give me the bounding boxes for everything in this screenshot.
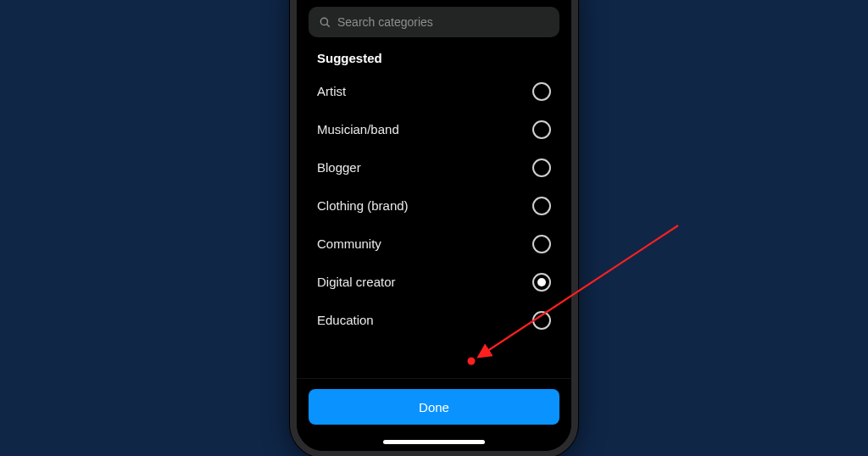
search-input[interactable] [337, 15, 549, 29]
svg-line-1 [326, 24, 329, 26]
footer: Done [297, 378, 571, 440]
radio-icon-selected[interactable] [532, 273, 551, 292]
home-indicator[interactable] [383, 440, 485, 444]
radio-icon[interactable] [532, 197, 551, 215]
category-label: Digital creator [317, 275, 396, 289]
category-label: Artist [317, 84, 346, 98]
category-row-musician-band[interactable]: Musician/band [317, 110, 551, 148]
category-row-digital-creator[interactable]: Digital creator [317, 263, 551, 301]
category-row-blogger[interactable]: Blogger [317, 148, 551, 186]
radio-icon[interactable] [532, 158, 551, 177]
radio-icon[interactable] [532, 311, 551, 330]
section-header-suggested: Suggested [297, 46, 571, 72]
category-label: Musician/band [317, 122, 399, 136]
category-row-community[interactable]: Community [317, 225, 551, 263]
radio-icon[interactable] [532, 120, 551, 139]
done-button[interactable]: Done [309, 389, 559, 425]
radio-icon[interactable] [532, 235, 551, 253]
phone-frame: Suggested Artist Musician/band Blogger C… [290, 0, 578, 456]
category-label: Education [317, 313, 374, 327]
search-container [297, 7, 571, 46]
category-label: Community [317, 236, 381, 251]
category-row-artist[interactable]: Artist [317, 72, 551, 110]
phone-screen: Suggested Artist Musician/band Blogger C… [297, 0, 571, 451]
category-row-clothing-brand[interactable]: Clothing (brand) [317, 186, 551, 225]
search-bar[interactable] [309, 7, 559, 37]
search-icon [319, 16, 331, 28]
category-label: Clothing (brand) [317, 198, 409, 213]
radio-icon[interactable] [532, 82, 551, 101]
category-list: Artist Musician/band Blogger Clothing (b… [297, 72, 571, 378]
category-label: Blogger [317, 160, 361, 175]
category-row-education[interactable]: Education [317, 301, 551, 339]
